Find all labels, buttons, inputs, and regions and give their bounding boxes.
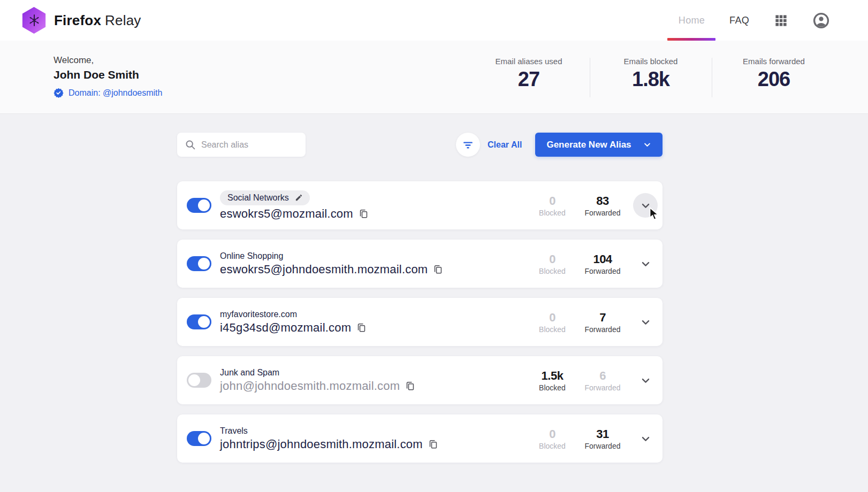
apps-grid-button[interactable] <box>774 13 788 28</box>
firefox-relay-logo-icon <box>21 7 47 34</box>
alias-label: Travels <box>220 426 248 436</box>
nav-faq-link[interactable]: FAQ <box>729 0 749 41</box>
stat-emails-blocked: Emails blocked 1.8k <box>624 57 678 91</box>
forwarded-stat: 6 Forwarded <box>578 369 627 392</box>
brand[interactable]: FirefoxRelay <box>21 7 141 34</box>
blocked-caption: Blocked <box>528 267 576 275</box>
forwarded-caption: Forwarded <box>578 383 627 392</box>
domain-label: Domain: @johndoesmith <box>68 88 162 98</box>
toggle-knob <box>198 316 210 328</box>
alias-label: Online Shopping <box>220 251 283 261</box>
expand-alias-button[interactable] <box>633 426 658 451</box>
expand-alias-button[interactable] <box>633 368 658 393</box>
filter-icon <box>462 139 474 151</box>
expand-alias-button[interactable] <box>633 251 658 276</box>
alias-card: Travels johntrips@johndoesmith.mozmail.c… <box>177 414 663 463</box>
copy-alias-icon[interactable] <box>433 264 443 274</box>
edit-label-icon[interactable] <box>295 194 303 202</box>
forwarded-stat: 104 Forwarded <box>578 252 627 275</box>
profile-menu-button[interactable] <box>813 12 829 29</box>
alias-enabled-toggle[interactable] <box>187 431 211 446</box>
alias-enabled-toggle[interactable] <box>187 314 211 329</box>
apps-grid-icon <box>774 13 788 28</box>
chevron-down-icon <box>641 317 651 327</box>
copy-alias-icon[interactable] <box>357 322 366 333</box>
header-nav: Home FAQ <box>679 0 829 41</box>
toggle-knob <box>188 374 200 386</box>
filter-button[interactable] <box>456 133 480 157</box>
stat-divider <box>590 58 590 97</box>
brand-name-firefox: Firefox <box>54 12 101 28</box>
profile-summary-banner: Welcome, John Doe Smith Domain: @johndoe… <box>0 41 868 114</box>
alias-email: eswokrs5@mozmail.com <box>220 207 353 221</box>
blocked-stat: 0 Blocked <box>528 252 576 275</box>
search-icon <box>185 139 196 150</box>
alias-label-row: Social Networks <box>220 190 310 205</box>
alias-email: john@johndoesmith.mozmail.com <box>220 379 400 393</box>
alias-label-row: Online Shopping <box>220 251 283 261</box>
alias-label: Social Networks <box>227 193 289 203</box>
blocked-stat: 0 Blocked <box>528 311 576 334</box>
alias-email: eswokrs5@johndoesmith.mozmail.com <box>220 263 428 276</box>
chevron-down-icon <box>641 259 651 269</box>
blocked-caption: Blocked <box>528 442 576 450</box>
alias-enabled-toggle[interactable] <box>187 198 211 213</box>
forwarded-caption: Forwarded <box>578 442 627 450</box>
blocked-caption: Blocked <box>528 325 576 334</box>
alias-info: Online Shopping eswokrs5@johndoesmith.mo… <box>220 251 443 276</box>
stat-label: Email aliases used <box>495 57 562 66</box>
forwarded-count: 6 <box>578 369 627 383</box>
copy-alias-icon[interactable] <box>359 209 368 219</box>
forwarded-stat: 7 Forwarded <box>578 311 627 334</box>
forwarded-caption: Forwarded <box>578 209 627 217</box>
toggle-knob <box>198 258 210 270</box>
chevron-down-icon <box>641 375 651 386</box>
toggle-knob <box>198 199 210 211</box>
copy-alias-icon[interactable] <box>429 439 438 449</box>
stat-value: 206 <box>743 68 805 91</box>
stat-label: Emails blocked <box>624 57 678 66</box>
stat-label: Emails forwarded <box>743 57 805 66</box>
blocked-stat: 0 Blocked <box>528 194 576 217</box>
alias-card: myfavoritestore.com i45g34sd@mozmail.com… <box>177 298 663 346</box>
welcome-text: Welcome, <box>54 55 162 66</box>
search-alias-input[interactable] <box>201 140 292 150</box>
nav-faq-label: FAQ <box>729 15 749 26</box>
blocked-count: 0 <box>528 252 576 266</box>
stat-aliases-used: Email aliases used 27 <box>495 57 562 91</box>
blocked-caption: Blocked <box>528 209 576 217</box>
expand-alias-button[interactable] <box>633 193 658 218</box>
chevron-down-icon <box>641 434 651 444</box>
user-avatar-icon <box>813 12 829 29</box>
alias-info: Travels johntrips@johndoesmith.mozmail.c… <box>220 426 438 451</box>
user-name: John Doe Smith <box>54 68 162 81</box>
nav-home-label: Home <box>679 15 705 26</box>
blocked-count: 1.5k <box>528 369 576 383</box>
stat-divider <box>712 58 712 97</box>
search-alias-box <box>177 133 306 157</box>
alias-email: i45g34sd@mozmail.com <box>220 321 351 335</box>
chevron-down-icon <box>641 201 651 211</box>
alias-label: Junk and Spam <box>220 368 279 378</box>
copy-alias-icon[interactable] <box>406 381 415 391</box>
brand-name-relay: Relay <box>105 12 141 28</box>
nav-home-link[interactable]: Home <box>679 0 705 41</box>
clear-all-button[interactable]: Clear All <box>488 133 522 157</box>
alias-enabled-toggle[interactable] <box>187 256 211 271</box>
alias-email-row: eswokrs5@johndoesmith.mozmail.com <box>220 263 443 276</box>
blocked-count: 0 <box>528 194 576 208</box>
brand-name: FirefoxRelay <box>54 12 141 29</box>
alias-email: johntrips@johndoesmith.mozmail.com <box>220 437 423 451</box>
forwarded-count: 83 <box>578 194 627 208</box>
alias-enabled-toggle[interactable] <box>187 373 211 388</box>
toggle-knob <box>198 433 210 444</box>
clear-all-label: Clear All <box>488 140 522 150</box>
alias-card: Junk and Spam john@johndoesmith.mozmail.… <box>177 356 663 404</box>
forwarded-count: 31 <box>578 427 627 441</box>
forwarded-caption: Forwarded <box>578 267 627 275</box>
expand-alias-button[interactable] <box>633 310 658 334</box>
domain-row: Domain: @johndoesmith <box>54 88 162 98</box>
alias-card: Social Networks eswokrs5@mozmail.com <box>177 181 663 229</box>
generate-new-alias-button[interactable]: Generate New Alias <box>535 133 663 157</box>
stat-value: 27 <box>495 68 562 91</box>
